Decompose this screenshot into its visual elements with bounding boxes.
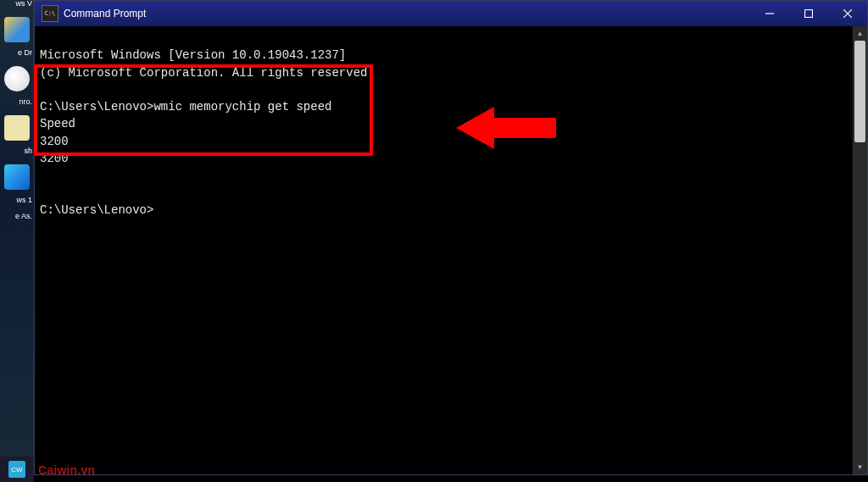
desktop-icon[interactable] (4, 115, 30, 141)
maximize-icon (804, 9, 813, 18)
desktop-icon[interactable] (4, 17, 30, 42)
command-prompt-window: C:\ Command Prompt Microsoft Windows [Ve… (34, 0, 868, 475)
annotation-arrow (399, 86, 501, 136)
scrollbar-down-arrow-icon[interactable]: ▼ (853, 460, 867, 474)
close-icon (843, 9, 852, 18)
terminal-prompt: C:\Users\Lenovo> (40, 203, 153, 217)
terminal-output-line: 3200 (40, 135, 69, 148)
desktop-icon-label: e As. (0, 213, 34, 221)
maximize-button[interactable] (789, 1, 828, 26)
terminal-banner-line: Microsoft Windows [Version 10.0.19043.12… (40, 48, 346, 62)
desktop-icon[interactable] (4, 66, 30, 91)
cmd-app-icon-label: C:\ (45, 10, 56, 17)
window-title: Command Prompt (64, 8, 146, 19)
svg-marker-1 (456, 107, 556, 149)
taskbar[interactable]: CW (0, 457, 34, 482)
terminal-output-line: Speed (40, 117, 75, 130)
titlebar[interactable]: C:\ Command Prompt (35, 1, 867, 26)
desktop-icon-label: nro. (0, 98, 34, 107)
window-client-area: Microsoft Windows [Version 10.0.19043.12… (35, 26, 867, 474)
scrollbar-up-arrow-icon[interactable]: ▲ (853, 26, 867, 41)
scrollbar-thumb[interactable] (854, 41, 865, 142)
desktop-icon-label: sh (0, 147, 34, 156)
vertical-scrollbar[interactable]: ▲ ▼ (852, 26, 867, 474)
close-button[interactable] (828, 1, 867, 26)
desktop-icon[interactable] (4, 164, 30, 190)
desktop-icon-label: e Dr (0, 49, 34, 58)
minimize-button[interactable] (750, 1, 789, 26)
terminal-command: wmic memorychip get speed (153, 100, 331, 114)
terminal-output-line: 3200 (40, 152, 69, 165)
svg-rect-0 (805, 10, 813, 18)
desktop-icon-label: ws 1 (0, 197, 34, 205)
taskbar-app-icon[interactable]: CW (8, 461, 25, 478)
desktop-partial-title: ws V (0, 0, 34, 8)
terminal-banner-line: (c) Microsoft Corporation. All rights re… (40, 66, 375, 80)
cmd-app-icon: C:\ (42, 5, 58, 22)
desktop-strip: ws V e Dr nro. sh ws 1 e As. CW (0, 0, 34, 482)
terminal-output[interactable]: Microsoft Windows [Version 10.0.19043.12… (35, 26, 852, 474)
terminal-prompt: C:\Users\Lenovo> (40, 100, 153, 114)
minimize-icon (765, 9, 774, 18)
